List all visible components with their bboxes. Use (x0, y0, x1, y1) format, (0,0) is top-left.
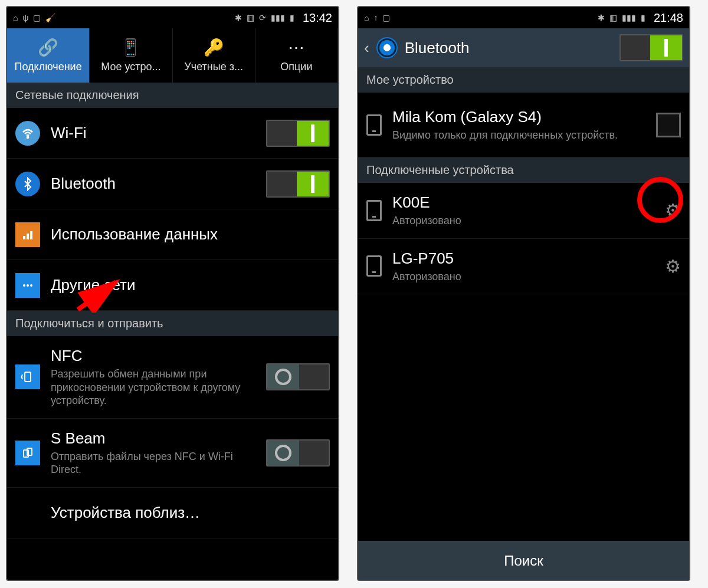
sbeam-icon (15, 441, 40, 465)
back-button[interactable]: ‹ (364, 39, 369, 57)
settings-gear-icon (376, 37, 398, 58)
dots-icon (15, 273, 40, 298)
bluetooth-label: Bluetooth (51, 175, 255, 193)
svg-rect-7 (25, 372, 31, 382)
vibrate-icon: ▥ (247, 13, 254, 22)
data-usage-label: Использование данных (51, 225, 330, 244)
visibility-checkbox[interactable] (656, 113, 681, 137)
nearby-item[interactable]: Устройства поблиз… (7, 488, 338, 538)
nfc-toggle[interactable] (266, 363, 330, 390)
my-device-sub: Видимо только для подключенных устройств… (392, 129, 645, 142)
bluetooth-status-icon: ✱ (235, 13, 242, 22)
my-device-item[interactable]: Mila Kom (Galaxy S4) Видимо только для п… (358, 93, 689, 157)
svg-rect-3 (30, 231, 32, 239)
brush-icon: 🧹 (45, 13, 55, 22)
more-networks-label: Другие сети (51, 276, 330, 294)
clock: 13:42 (303, 11, 332, 25)
page-title: Bluetooth (405, 39, 612, 57)
tab-options[interactable]: ⋯ Опции (255, 28, 338, 83)
sync-icon: ⟳ (259, 13, 266, 22)
signal-icon: ▮▮▮ (622, 13, 636, 22)
wifi-item[interactable]: Wi-Fi (7, 108, 338, 159)
connections-icon: 🔗 (38, 38, 58, 57)
bluetooth-header: ‹ Bluetooth (358, 28, 689, 67)
sbeam-sub: Отправить файлы через NFC и Wi-Fi Direct… (51, 450, 255, 477)
statusbar-right: ⌂ ↑ ▢ ✱ ▥ ▮▮▮ ▮ 21:48 (358, 7, 689, 28)
my-device-name: Mila Kom (Galaxy S4) (392, 108, 645, 126)
bluetooth-icon (15, 172, 40, 196)
paired-device-item[interactable]: K00E Авторизовано ⚙ (358, 183, 689, 239)
tab-my-device[interactable]: 📱 Мое устро... (90, 28, 172, 83)
key-icon: 🔑 (204, 38, 224, 57)
sbeam-toggle[interactable] (266, 439, 330, 467)
nearby-label: Устройства поблиз… (51, 504, 330, 522)
nfc-icon (15, 364, 40, 389)
device-icon: 📱 (120, 38, 141, 57)
device-settings-button[interactable]: ⚙ (665, 200, 681, 221)
bluetooth-toggle[interactable] (266, 170, 330, 198)
section-paired: Подключенные устройства (358, 157, 689, 183)
device-name: K00E (392, 193, 654, 212)
section-connect-send: Подключиться и отправить (7, 311, 338, 336)
device-status: Авторизовано (392, 214, 654, 228)
tab-label: Мое устро... (101, 61, 160, 73)
section-my-device: Мое устройство (358, 67, 689, 93)
data-usage-item[interactable]: Использование данных (7, 209, 338, 260)
phone-icon (366, 255, 382, 277)
nfc-label: NFC (51, 347, 255, 365)
bluetooth-status-icon: ✱ (598, 13, 605, 22)
more-networks-item[interactable]: Другие сети (7, 260, 338, 311)
nearby-icon (15, 500, 40, 525)
svg-point-0 (27, 136, 28, 137)
signal-icon: ▮▮▮ (271, 13, 285, 22)
more-icon: ⋯ (288, 38, 304, 57)
svg-point-5 (27, 284, 29, 287)
image-icon: ▢ (33, 13, 41, 22)
tab-label: Опции (280, 61, 312, 73)
statusbar-left: ⌂ ψ ▢ 🧹 ✱ ▥ ⟳ ▮▮▮ ▮ 13:42 (7, 7, 338, 28)
bluetooth-screen: ⌂ ↑ ▢ ✱ ▥ ▮▮▮ ▮ 21:48 ‹ Bluetooth Мое ус… (357, 6, 690, 581)
device-name: LG-P705 (392, 249, 654, 268)
tab-label: Подключение (15, 61, 82, 73)
sbeam-item[interactable]: S Beam Отправить файлы через NFC и Wi-Fi… (7, 419, 338, 488)
wifi-label: Wi-Fi (51, 124, 255, 142)
tab-accounts[interactable]: 🔑 Учетные з... (173, 28, 255, 83)
svg-rect-1 (23, 236, 25, 239)
nfc-sub: Разрешить обмен данными при прикосновени… (51, 367, 255, 408)
settings-tabs: 🔗 Подключение 📱 Мое устро... 🔑 Учетные з… (7, 28, 338, 83)
svg-point-6 (30, 284, 32, 287)
wifi-toggle[interactable] (266, 120, 330, 147)
battery-icon: ▮ (290, 13, 294, 22)
phone-icon (366, 114, 382, 136)
upload-icon: ↑ (373, 13, 378, 22)
sbeam-label: S Beam (51, 429, 255, 448)
bluetooth-item[interactable]: Bluetooth (7, 159, 338, 209)
settings-screen: ⌂ ψ ▢ 🧹 ✱ ▥ ⟳ ▮▮▮ ▮ 13:42 🔗 Подключение … (6, 6, 339, 581)
svg-rect-2 (27, 234, 29, 239)
svg-point-4 (23, 284, 25, 287)
section-network: Сетевые подключения (7, 83, 338, 108)
clock: 21:48 (654, 11, 683, 25)
paired-device-item[interactable]: LG-P705 Авторизовано ⚙ (358, 239, 689, 295)
chart-icon (15, 222, 40, 247)
box-icon: ▢ (382, 13, 390, 22)
battery-icon: ▮ (641, 13, 645, 22)
bluetooth-master-toggle[interactable] (620, 34, 683, 61)
home-icon: ⌂ (364, 13, 369, 22)
home-icon: ⌂ (13, 13, 18, 22)
nfc-item[interactable]: NFC Разрешить обмен данными при прикосно… (7, 336, 338, 419)
tab-connections[interactable]: 🔗 Подключение (7, 28, 90, 83)
device-status: Авторизовано (392, 270, 654, 284)
phone-icon (366, 200, 382, 221)
usb-icon: ψ (22, 13, 28, 22)
tab-label: Учетные з... (184, 61, 243, 73)
vibrate-icon: ▥ (609, 13, 617, 22)
scan-button[interactable]: Поиск (358, 541, 689, 580)
device-settings-button[interactable]: ⚙ (665, 256, 681, 277)
wifi-icon (15, 121, 40, 146)
